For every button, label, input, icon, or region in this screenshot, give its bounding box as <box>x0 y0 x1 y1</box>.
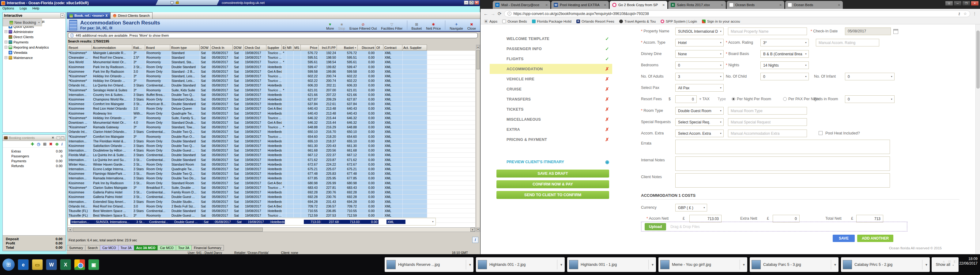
taskbar-clock[interactable]: 18:09 22/06/2017 <box>959 257 979 266</box>
expand-icon[interactable]: + <box>5 41 7 43</box>
close-button[interactable]: ✕ <box>474 1 479 5</box>
tab-close-icon[interactable]: X <box>106 14 108 17</box>
table-row[interactable]: KissimmeeChampions World Re...3 StarsRoo… <box>68 97 475 102</box>
table-row[interactable]: KissimmeeGalleria Palms Hotel3 St...Cont… <box>68 190 475 194</box>
chrome-icon[interactable] <box>74 259 85 270</box>
bottom-tab-summary[interactable]: Summary <box>67 245 86 251</box>
table-row[interactable]: KissimmeeRodeway InnWith...Room OnlyQuad… <box>68 111 475 116</box>
nav-item-flights[interactable]: FLIGHTS✓ <box>490 54 612 64</box>
start-button[interactable]: ⊞ <box>2 259 15 271</box>
client-notes-textarea[interactable] <box>675 173 890 188</box>
tab-close-icon[interactable]: ✕ <box>780 3 782 7</box>
vertical-scrollbar[interactable]: ▲ ▼ <box>476 44 480 232</box>
bottom-tab-search[interactable]: Search <box>86 245 100 251</box>
scrollbar-thumb[interactable] <box>477 50 480 70</box>
maximize-button[interactable]: ❐ <box>962 1 970 6</box>
bottom-tab-tour-3a[interactable]: Tour 3A <box>119 245 134 251</box>
table-row[interactable]: Winter Hav...Winter Haven Garde...3 St..… <box>68 162 475 167</box>
table-row[interactable]: Internation...La Quinta Inn and Su...3 S… <box>68 158 475 162</box>
column-header-contract[interactable]: Contract <box>383 44 402 51</box>
table-row[interactable]: KissimmeeComfort Inn Maingate3 St...Amer… <box>68 102 475 106</box>
column-header-nr[interactable]: NR <box>286 44 293 51</box>
scroll-left-icon[interactable]: ◄ <box>68 228 72 232</box>
nav-item-pricing-payment[interactable]: PRICING & PAYMENT✗ <box>490 134 612 145</box>
download-item[interactable]: Calabay Parc 5 - 3.jpg▼ <box>750 257 838 272</box>
toolbar-facilities-filter-button[interactable]: ▽Facilities Filter <box>381 23 402 30</box>
preview-itinerary-link[interactable]: PREVIEW CLIENT'S ITINERARY◉ <box>490 157 612 167</box>
errata-textarea[interactable] <box>675 140 890 154</box>
maximize-button[interactable]: ❐ <box>469 1 474 5</box>
page-info-icon[interactable]: i <box>508 12 511 16</box>
column-header-resort[interactable]: Resort <box>67 44 92 51</box>
sidebar-item-direct-clients[interactable]: Direct Clients <box>3 34 65 40</box>
column-header-basket[interactable]: Basket▼ <box>337 44 358 51</box>
table-row[interactable]: Orlando Int...Red Roof Inn Orland...3.0R… <box>68 204 475 209</box>
download-item[interactable]: Calabay PArc 5 - 2.jpg▼ <box>841 257 930 272</box>
scrollbar-thumb[interactable] <box>976 30 980 89</box>
table-row[interactable]: Internation...The Floridian Hotel &...3 … <box>68 139 475 144</box>
nights-select[interactable]: 14 Nights <box>760 62 809 69</box>
table-row[interactable]: Titusville (FL)Best Western Space S...3*… <box>68 213 475 218</box>
collapse-icon[interactable]: − <box>60 13 64 17</box>
close-button[interactable]: ✕ <box>971 1 979 6</box>
folder-icon[interactable]: ▭ <box>32 259 43 270</box>
key-icon[interactable]: ⚷ <box>958 12 960 16</box>
tab-close-icon[interactable]: ✕ <box>604 3 606 7</box>
basket-icon[interactable]: ⊞ <box>43 142 46 146</box>
nav-item-accommodation[interactable]: ACCOMMODATION✗ <box>490 64 612 74</box>
manual-special-request-input[interactable] <box>728 118 807 126</box>
back-icon[interactable]: ← <box>484 11 488 16</box>
toolbar-close-button[interactable]: ✖Close <box>467 23 476 30</box>
info-button[interactable]: i <box>472 237 478 243</box>
table-row[interactable]: Orlando Int...La Quinta Inn Orland...3 S… <box>68 83 475 88</box>
download-item[interactable]: Meme - You go girl!.jpg▼ <box>659 257 747 272</box>
download-item[interactable]: Highlands 001 - 1.jpg▼ <box>567 257 656 272</box>
column-header-check-out[interactable]: Check Out <box>244 44 266 51</box>
table-row[interactable]: *Kissimmee*Holiday Inn Orlando ...3*Room… <box>68 79 475 83</box>
nav-item-welcome-template[interactable]: WELCOME TEMPLATE✓ <box>490 33 612 44</box>
per-night-per-room-radio[interactable] <box>732 97 735 101</box>
column-header-accommodation[interactable]: Accommodation <box>92 44 132 51</box>
nav-item-miscellaneous[interactable]: MISCELLANEOUS✗ <box>490 114 612 124</box>
column-header-board[interactable]: Board <box>145 44 170 51</box>
property-name-select[interactable]: SUNSOL International D <box>675 27 724 35</box>
save-button[interactable]: SAVE <box>833 235 855 242</box>
refresh-icon[interactable]: ⟳ <box>498 11 502 16</box>
tray-up-icon[interactable]: ▲ <box>942 259 945 263</box>
bookmark-florida-package-holid[interactable]: Florida Package Holid <box>532 19 572 23</box>
table-row[interactable]: Titusville (FL)Best Western Space ...3 S… <box>68 209 475 213</box>
menu-item-logs[interactable]: Logs <box>20 6 27 10</box>
page-scrollbar[interactable] <box>975 24 980 254</box>
clock-icon[interactable]: ◷ <box>37 142 40 146</box>
special-requests-select[interactable]: Select Special Req. <box>675 118 724 126</box>
table-row[interactable]: *Kissimmee*Clarion Suites Maingate3*Brea… <box>68 185 475 190</box>
toolbar-erase-filtered-out-button[interactable]: ⊘Erase Filtered Out <box>350 23 377 30</box>
tab-close-icon[interactable]: ✕ <box>546 3 548 7</box>
child-select[interactable]: 0 <box>760 73 809 81</box>
table-row[interactable]: *Kissimmee*Holiday Inn Orlando ...3*Room… <box>68 74 475 79</box>
browser-tab[interactable]: Go 2 Book Copy from SP✕ <box>610 1 667 9</box>
url-text[interactable]: https://spp-convert.co.uk/go2bookfromquo… <box>514 12 649 16</box>
table-row[interactable]: *Kissimmee*Maingate Lakeside R...3*Roomo… <box>68 51 475 55</box>
chevron-down-icon[interactable]: ▼ <box>651 263 654 266</box>
sidebar-item-viewdata[interactable]: Viewdata <box>3 50 65 55</box>
minimize-button[interactable]: ─ <box>464 1 469 5</box>
palm-icon[interactable]: ⊕ <box>55 142 59 146</box>
table-row[interactable]: *Kissimmee*Ramada Gateway3*RoomonlyStand… <box>68 125 475 130</box>
sidebar-item-payments[interactable]: +Payments <box>3 40 65 44</box>
adults-select[interactable]: 3 <box>675 73 724 81</box>
chevron-down-icon[interactable]: ▼ <box>560 263 563 266</box>
action-button-send-to-client-to-confirm[interactable]: SEND TO CLIENT TO CONFIRM <box>496 191 609 199</box>
sidebar-item-administrator[interactable]: +Administrator <box>3 29 65 34</box>
table-row[interactable]: Clearwater ...Red Roof Inn Clearw...2.5*… <box>68 55 475 60</box>
info-icon[interactable]: i <box>61 142 62 146</box>
room-type-select[interactable]: Double Guest Room <box>675 107 724 115</box>
delete-icon[interactable]: ✖ <box>49 142 52 146</box>
column-header-supplier[interactable]: Supplier <box>266 44 282 51</box>
column-header-discount[interactable]: Discount <box>358 44 375 51</box>
nav-item-cruise[interactable]: CRUISE✗ <box>490 84 612 94</box>
expand-icon[interactable]: + <box>5 46 7 49</box>
toolbar-basket-button[interactable]: ⊞Basket <box>412 23 422 30</box>
manual-room-type-input[interactable] <box>728 107 807 115</box>
network-icon[interactable]: ▤ <box>948 259 951 263</box>
